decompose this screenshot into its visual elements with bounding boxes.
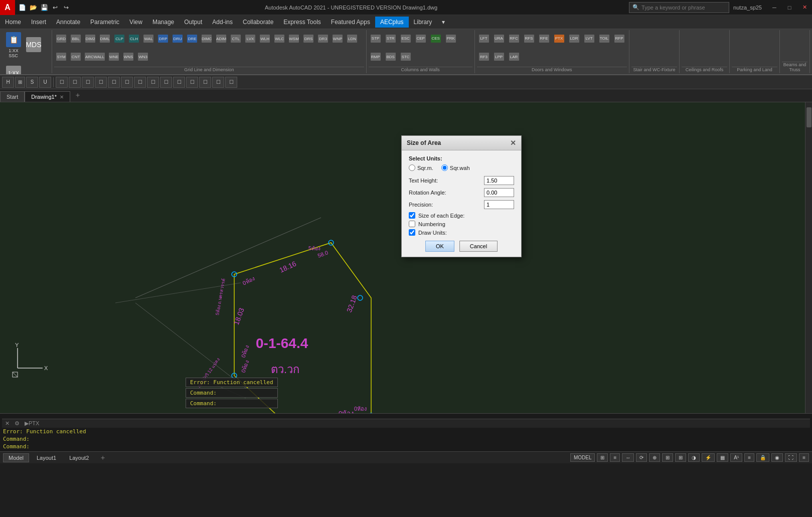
tab-add-button[interactable]: ＋ bbox=[70, 89, 85, 102]
tb2-s-button[interactable]: S bbox=[26, 77, 38, 88]
status-sel-btn[interactable]: ▦ bbox=[717, 453, 728, 462]
status-fullscreen-btn[interactable]: ⛶ bbox=[785, 453, 797, 462]
ribbon-btn-ldn[interactable]: LDN bbox=[345, 34, 359, 44]
ribbon-btn-bbl[interactable]: BBL bbox=[69, 34, 83, 44]
tb2-btn9[interactable]: ☐ bbox=[160, 77, 172, 88]
tab-layout2[interactable]: Layout2 bbox=[64, 453, 94, 462]
ribbon-btn-lft[interactable]: LFT bbox=[477, 34, 491, 44]
tb2-btn5[interactable]: ☐ bbox=[108, 77, 120, 88]
ribbon-btn-wal[interactable]: WAL bbox=[141, 34, 155, 44]
ribbon-btn-adim[interactable]: ADIM bbox=[214, 34, 228, 44]
tb2-btn8[interactable]: ☐ bbox=[147, 77, 159, 88]
status-ws-btn[interactable]: ≡ bbox=[744, 453, 754, 462]
ribbon-btn-wnp[interactable]: WNP bbox=[331, 34, 345, 44]
tb2-btn12[interactable]: ☐ bbox=[199, 77, 211, 88]
ribbon-btn-spp[interactable]: 📋 1:XXSSC bbox=[4, 30, 23, 60]
cb-draw-units-input[interactable] bbox=[409, 229, 415, 236]
tb2-btn11[interactable]: ☐ bbox=[186, 77, 198, 88]
ribbon-btn-clp[interactable]: CLP bbox=[112, 34, 126, 44]
status-polar-btn[interactable]: ⟳ bbox=[636, 453, 647, 462]
status-osnap-btn[interactable]: ⊕ bbox=[649, 453, 660, 462]
redo-button[interactable]: ↪ bbox=[61, 3, 71, 13]
tab-model[interactable]: Model bbox=[3, 453, 29, 462]
ribbon-btn-dim2[interactable]: DIM2 bbox=[83, 34, 97, 44]
menu-insert[interactable]: Insert bbox=[26, 17, 51, 28]
menu-annotate[interactable]: Annotate bbox=[51, 17, 85, 28]
menu-manage[interactable]: Manage bbox=[147, 17, 179, 28]
cb-numbering-input[interactable] bbox=[409, 221, 415, 227]
status-isolate-btn[interactable]: ◉ bbox=[771, 453, 783, 462]
ribbon-btn-ura[interactable]: URA bbox=[492, 34, 506, 44]
cancel-button[interactable]: Cancel bbox=[459, 241, 498, 252]
text-height-input[interactable] bbox=[484, 176, 514, 185]
vertical-scrollbar[interactable] bbox=[805, 102, 812, 413]
ribbon-btn-lpp[interactable]: LPP bbox=[492, 52, 506, 62]
rotation-angle-input[interactable] bbox=[484, 188, 514, 197]
ribbon-btn-mds[interactable]: MDS bbox=[24, 30, 43, 60]
save-button[interactable]: 💾 bbox=[39, 3, 49, 13]
ribbon-btn-str[interactable]: STR bbox=[384, 34, 398, 44]
status-transparency-btn[interactable]: ◑ bbox=[688, 453, 700, 462]
ribbon-btn-lar[interactable]: LAR bbox=[507, 52, 521, 62]
status-ortho-btn[interactable]: ↔ bbox=[622, 453, 634, 462]
tb2-u-button[interactable]: U bbox=[39, 77, 51, 88]
menu-collaborate[interactable]: Collaborate bbox=[238, 17, 278, 28]
ribbon-btn-dimc[interactable]: DIMC bbox=[200, 34, 214, 44]
add-layout-button[interactable]: ＋ bbox=[96, 453, 109, 462]
cb-draw-units[interactable]: Draw Units: bbox=[409, 229, 514, 236]
ribbon-btn-sym[interactable]: SYM bbox=[54, 52, 68, 62]
ribbon-btn-stc[interactable]: STC bbox=[399, 52, 413, 62]
radio-sqrwah[interactable]: Sqr.wah bbox=[441, 164, 470, 171]
radio-sqrm[interactable]: Sqr.m. bbox=[409, 164, 433, 171]
scroll-thumb[interactable] bbox=[806, 107, 811, 127]
menu-extra[interactable]: ▾ bbox=[437, 17, 450, 28]
tab-layout1[interactable]: Layout1 bbox=[31, 453, 62, 462]
ribbon-btn-wlc[interactable]: WLC bbox=[272, 34, 286, 44]
undo-button[interactable]: ↩ bbox=[50, 3, 60, 13]
ok-button[interactable]: OK bbox=[425, 241, 454, 252]
tb2-btn7[interactable]: ☐ bbox=[134, 77, 146, 88]
status-qp-btn[interactable]: ⚡ bbox=[702, 453, 715, 462]
precision-input[interactable] bbox=[484, 200, 514, 209]
tab-start[interactable]: Start bbox=[0, 91, 25, 102]
status-grid-btn[interactable]: ⊞ bbox=[597, 453, 608, 462]
cb-size-edge-input[interactable] bbox=[409, 212, 415, 219]
cb-size-edge[interactable]: Size of each Edge: bbox=[409, 212, 514, 219]
ribbon-btn-stp[interactable]: STP bbox=[369, 34, 383, 44]
menu-output[interactable]: Output bbox=[179, 17, 207, 28]
search-input[interactable] bbox=[641, 5, 717, 11]
close-button[interactable]: ✕ bbox=[797, 0, 812, 15]
ribbon-btn-wlh[interactable]: WLH bbox=[258, 34, 272, 44]
open-button[interactable]: 📂 bbox=[28, 3, 38, 13]
tb2-btn14[interactable]: ☐ bbox=[225, 77, 237, 88]
minimize-button[interactable]: ─ bbox=[767, 0, 782, 15]
dialog-close-button[interactable]: ✕ bbox=[510, 139, 516, 147]
ribbon-btn-cep[interactable]: CEP bbox=[414, 34, 428, 44]
ribbon-btn-drp[interactable]: DRP bbox=[156, 34, 170, 44]
cmd-settings-btn[interactable]: ⚙ bbox=[13, 420, 22, 427]
ribbon-btn-prk[interactable]: PRK bbox=[444, 34, 458, 44]
ribbon-btn-lvx[interactable]: LVX bbox=[243, 34, 257, 44]
ribbon-btn-bds[interactable]: BDS bbox=[384, 52, 398, 62]
menu-addins[interactable]: Add-ins bbox=[207, 17, 238, 28]
tb2-h-button[interactable]: H bbox=[2, 77, 14, 88]
search-area[interactable]: 🔍 bbox=[629, 2, 729, 13]
ribbon-btn-wn3[interactable]: WN3 bbox=[136, 52, 150, 62]
ribbon-btn-grd[interactable]: GRD bbox=[54, 34, 68, 44]
status-3dosnap-btn[interactable]: ⊞ bbox=[662, 453, 673, 462]
ribbon-btn-rfs[interactable]: RFS bbox=[522, 34, 536, 44]
menu-aecplus[interactable]: AECplus bbox=[375, 17, 409, 28]
status-anno-btn[interactable]: A¹ bbox=[730, 453, 742, 462]
maximize-button[interactable]: □ bbox=[782, 0, 797, 15]
menu-express[interactable]: Express Tools bbox=[278, 17, 326, 28]
ribbon-btn-ldr[interactable]: LDR bbox=[567, 34, 581, 44]
radio-sqrwah-input[interactable] bbox=[441, 164, 448, 171]
ribbon-btn-wne[interactable]: WNE bbox=[107, 52, 121, 62]
ribbon-btn-diml[interactable]: DIML bbox=[98, 34, 112, 44]
ribbon-btn-rf3[interactable]: RF3 bbox=[477, 52, 491, 62]
ribbon-btn-rfe[interactable]: RFE bbox=[537, 34, 551, 44]
tb2-btn13[interactable]: ☐ bbox=[212, 77, 224, 88]
tb2-snap-button[interactable]: ⊞ bbox=[15, 77, 25, 88]
ribbon-btn-rfp[interactable]: RFP bbox=[612, 34, 626, 44]
status-lock-btn[interactable]: 🔒 bbox=[756, 453, 769, 462]
